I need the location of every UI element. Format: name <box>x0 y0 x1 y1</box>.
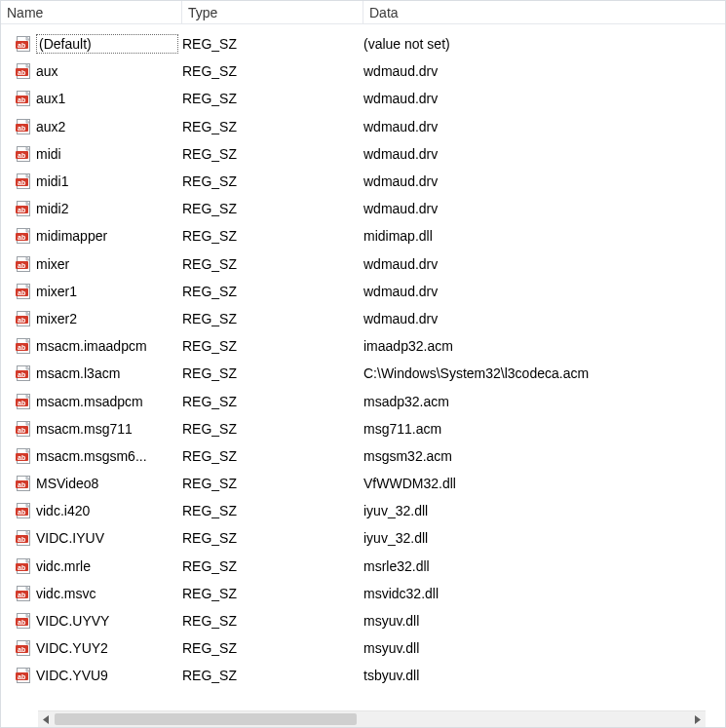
table-row[interactable]: ab VIDC.UYVYREG_SZmsyuv.dll <box>1 607 725 634</box>
reg-string-icon: ab <box>15 447 32 465</box>
reg-string-icon: ab <box>15 227 32 245</box>
cell-data: msvidc32.dll <box>363 586 725 601</box>
reg-string-icon: ab <box>15 639 32 657</box>
cell-name[interactable]: ab midi1 <box>1 172 182 190</box>
cell-name[interactable]: ab aux <box>1 62 182 80</box>
cell-type: REG_SZ <box>182 640 363 656</box>
table-row[interactable]: ab aux2REG_SZwdmaud.drv <box>1 113 725 140</box>
cell-name[interactable]: ab midimapper <box>1 227 182 245</box>
reg-string-icon: ab <box>15 145 32 163</box>
table-row[interactable]: ab msacm.msadpcmREG_SZmsadp32.acm <box>1 387 725 414</box>
cell-type: REG_SZ <box>182 394 363 409</box>
cell-name[interactable]: ab msacm.msg711 <box>1 420 182 438</box>
column-header-data[interactable]: Data <box>363 1 725 23</box>
table-row[interactable]: ab auxREG_SZwdmaud.drv <box>1 57 725 85</box>
column-header-name[interactable]: Name <box>1 1 182 23</box>
cell-name[interactable]: ab msacm.l3acm <box>1 364 182 382</box>
value-name-label: msacm.imaadpcm <box>36 338 178 354</box>
reg-string-icon: ab <box>15 612 32 630</box>
cell-name[interactable]: ab vidc.mrle <box>1 557 182 575</box>
table-row[interactable]: ab midimapperREG_SZmidimap.dll <box>1 222 725 249</box>
reg-string-icon: ab <box>15 118 32 135</box>
cell-name[interactable]: ab mixer2 <box>1 310 182 327</box>
values-rows-container: ab (Default)REG_SZ(value not set) ab aux… <box>1 24 725 710</box>
reg-string-icon: ab <box>15 255 32 273</box>
reg-string-icon: ab <box>15 172 32 190</box>
scroll-right-button[interactable] <box>689 711 706 727</box>
horizontal-scrollbar[interactable] <box>38 710 706 727</box>
cell-data: msyuv.dll <box>363 640 725 656</box>
table-row[interactable]: ab midi2REG_SZwdmaud.drv <box>1 195 725 222</box>
value-name-label: aux <box>36 63 178 79</box>
reg-string-icon: ab <box>15 557 32 575</box>
cell-name[interactable]: ab MSVideo8 <box>1 475 182 492</box>
cell-name[interactable]: ab VIDC.YUY2 <box>1 639 182 657</box>
value-name-label: vidc.msvc <box>36 586 178 601</box>
table-row[interactable]: ab msacm.msgsm6...REG_SZmsgsm32.acm <box>1 442 725 470</box>
cell-name[interactable]: ab vidc.i420 <box>1 502 182 519</box>
cell-data: msyuv.dll <box>363 613 725 629</box>
cell-name[interactable]: ab midi2 <box>1 200 182 217</box>
value-name-label: midi2 <box>36 201 178 216</box>
cell-type: REG_SZ <box>182 503 363 518</box>
cell-name[interactable]: ab midi <box>1 145 182 163</box>
table-row[interactable]: ab mixer1REG_SZwdmaud.drv <box>1 278 725 305</box>
table-row[interactable]: ab msacm.imaadpcmREG_SZimaadp32.acm <box>1 332 725 360</box>
table-row[interactable]: ab vidc.mrleREG_SZmsrle32.dll <box>1 553 725 580</box>
svg-text:ab: ab <box>18 344 25 351</box>
cell-name[interactable]: ab VIDC.YVU9 <box>1 667 182 684</box>
table-row[interactable]: ab aux1REG_SZwdmaud.drv <box>1 85 725 112</box>
cell-type: REG_SZ <box>182 448 363 464</box>
cell-data: wdmaud.drv <box>363 256 725 272</box>
cell-name[interactable]: ab VIDC.UYVY <box>1 612 182 630</box>
reg-string-icon: ab <box>15 337 32 355</box>
cell-name[interactable]: ab msacm.msgsm6... <box>1 447 182 465</box>
cell-name[interactable]: ab aux2 <box>1 118 182 135</box>
cell-data: C:\Windows\System32\l3codeca.acm <box>363 365 725 381</box>
table-row[interactable]: ab mixerREG_SZwdmaud.drv <box>1 250 725 278</box>
column-header-type[interactable]: Type <box>182 1 363 23</box>
cell-name[interactable]: ab VIDC.IYUV <box>1 529 182 547</box>
cell-data: msg711.acm <box>363 421 725 437</box>
scroll-left-button[interactable] <box>38 711 55 727</box>
cell-data: tsbyuv.dll <box>363 668 725 683</box>
table-row[interactable]: ab midi1REG_SZwdmaud.drv <box>1 168 725 195</box>
table-row[interactable]: ab vidc.i420REG_SZiyuv_32.dll <box>1 497 725 524</box>
table-row[interactable]: ab VIDC.YUY2REG_SZmsyuv.dll <box>1 634 725 662</box>
cell-data: VfWWDM32.dll <box>363 476 725 491</box>
cell-data: wdmaud.drv <box>363 201 725 216</box>
table-row[interactable]: ab midiREG_SZwdmaud.drv <box>1 140 725 168</box>
value-name-label: midi1 <box>36 173 178 189</box>
table-row[interactable]: ab VIDC.YVU9REG_SZtsbyuv.dll <box>1 662 725 689</box>
table-row[interactable]: ab msacm.msg711REG_SZmsg711.acm <box>1 415 725 442</box>
reg-string-icon: ab <box>15 502 32 519</box>
table-row[interactable]: ab msacm.l3acmREG_SZC:\Windows\System32\… <box>1 360 725 387</box>
cell-type: REG_SZ <box>182 256 363 272</box>
cell-name[interactable]: ab msacm.msadpcm <box>1 393 182 410</box>
value-name-label: msacm.msgsm6... <box>36 448 178 464</box>
svg-text:ab: ab <box>18 536 25 543</box>
table-row[interactable]: ab VIDC.IYUVREG_SZiyuv_32.dll <box>1 524 725 552</box>
table-row[interactable]: ab MSVideo8REG_SZVfWWDM32.dll <box>1 470 725 497</box>
cell-name[interactable]: ab aux1 <box>1 90 182 107</box>
scroll-thumb[interactable] <box>55 713 357 725</box>
cell-name[interactable]: ab mixer <box>1 255 182 273</box>
value-name-label: VIDC.YUY2 <box>36 640 178 656</box>
value-name-label: aux2 <box>36 119 178 134</box>
cell-type: REG_SZ <box>182 284 363 299</box>
cell-name[interactable]: ab (Default) <box>1 34 182 54</box>
cell-type: REG_SZ <box>182 558 363 574</box>
cell-data: iyuv_32.dll <box>363 503 725 518</box>
cell-name[interactable]: ab vidc.msvc <box>1 585 182 602</box>
cell-name[interactable]: ab msacm.imaadpcm <box>1 337 182 355</box>
svg-text:ab: ab <box>18 151 25 158</box>
table-row[interactable]: ab (Default)REG_SZ(value not set) <box>1 30 725 57</box>
cell-name[interactable]: ab mixer1 <box>1 283 182 300</box>
value-name-label: (Default) <box>36 34 178 54</box>
registry-values-list: Name Type Data ab (Default)REG_SZ(value … <box>0 0 726 728</box>
reg-string-icon: ab <box>15 35 32 53</box>
table-row[interactable]: ab vidc.msvcREG_SZmsvidc32.dll <box>1 580 725 607</box>
cell-type: REG_SZ <box>182 228 363 244</box>
table-row[interactable]: ab mixer2REG_SZwdmaud.drv <box>1 305 725 332</box>
value-name-label: MSVideo8 <box>36 476 178 491</box>
